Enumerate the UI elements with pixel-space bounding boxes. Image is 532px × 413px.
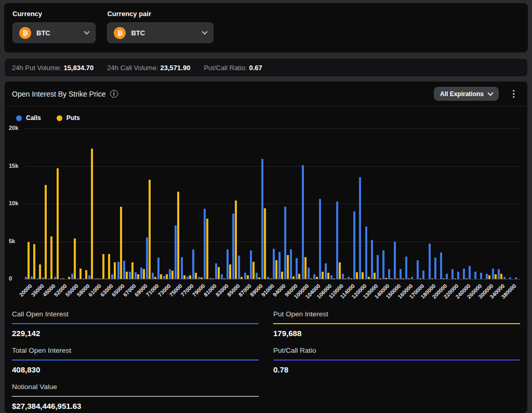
puts-bar[interactable] xyxy=(275,260,277,279)
calls-bar[interactable] xyxy=(492,269,494,279)
calls-bar[interactable] xyxy=(209,278,211,279)
calls-bar[interactable] xyxy=(273,249,275,279)
calls-bar[interactable] xyxy=(198,277,200,279)
calls-bar[interactable] xyxy=(480,273,482,279)
calls-bar[interactable] xyxy=(429,244,431,279)
puts-bar[interactable] xyxy=(408,278,410,279)
puts-bar[interactable] xyxy=(218,267,220,279)
calls-bar[interactable] xyxy=(232,214,234,279)
calls-bar[interactable] xyxy=(365,227,367,279)
puts-bar[interactable] xyxy=(79,269,82,279)
puts-bar[interactable] xyxy=(126,272,128,279)
puts-bar[interactable] xyxy=(85,270,87,279)
calls-bar[interactable] xyxy=(319,199,321,279)
puts-bar[interactable] xyxy=(316,277,318,279)
puts-bar[interactable] xyxy=(322,272,324,279)
puts-bar[interactable] xyxy=(362,272,364,279)
calls-bar[interactable] xyxy=(503,277,506,279)
calls-bar[interactable] xyxy=(204,209,206,279)
puts-bar[interactable] xyxy=(57,168,59,279)
puts-bar[interactable] xyxy=(97,278,99,279)
calls-bar[interactable] xyxy=(215,263,217,279)
calls-bar[interactable] xyxy=(256,273,258,279)
calls-bar[interactable] xyxy=(463,269,465,279)
puts-bar[interactable] xyxy=(310,278,312,279)
calls-bar[interactable] xyxy=(88,275,90,279)
puts-bar[interactable] xyxy=(223,278,225,279)
puts-bar[interactable] xyxy=(45,185,47,279)
puts-bar[interactable] xyxy=(154,277,156,279)
calls-bar[interactable] xyxy=(382,250,384,279)
calls-bar[interactable] xyxy=(434,258,436,279)
puts-bar[interactable] xyxy=(356,272,358,279)
puts-bar[interactable] xyxy=(443,278,445,279)
calls-bar[interactable] xyxy=(238,256,240,279)
calls-bar[interactable] xyxy=(54,277,56,279)
puts-bar[interactable] xyxy=(229,264,231,279)
puts-bar[interactable] xyxy=(327,273,329,279)
puts-bar[interactable] xyxy=(62,278,64,279)
calls-bar[interactable] xyxy=(342,274,344,279)
puts-bar[interactable] xyxy=(50,236,52,279)
puts-bar[interactable] xyxy=(241,277,243,279)
calls-bar[interactable] xyxy=(42,277,44,279)
calls-bar[interactable] xyxy=(446,274,448,279)
calls-bar[interactable] xyxy=(377,255,379,279)
puts-bar[interactable] xyxy=(33,244,35,279)
legend-item-calls[interactable]: Calls xyxy=(16,114,41,122)
calls-bar[interactable] xyxy=(290,249,292,279)
puts-bar[interactable] xyxy=(91,149,93,279)
calls-bar[interactable] xyxy=(284,207,286,279)
puts-bar[interactable] xyxy=(235,201,237,279)
calls-bar[interactable] xyxy=(117,262,119,279)
calls-bar[interactable] xyxy=(152,273,154,279)
puts-bar[interactable] xyxy=(102,254,104,279)
calls-bar[interactable] xyxy=(250,250,252,279)
calls-bar[interactable] xyxy=(422,271,424,279)
puts-bar[interactable] xyxy=(166,274,168,279)
calls-bar[interactable] xyxy=(83,278,85,279)
puts-bar[interactable] xyxy=(339,262,341,279)
calls-bar[interactable] xyxy=(486,274,488,279)
puts-bar[interactable] xyxy=(500,274,502,279)
calls-bar[interactable] xyxy=(405,257,407,279)
puts-bar[interactable] xyxy=(131,262,134,279)
calls-bar[interactable] xyxy=(60,278,62,279)
puts-bar[interactable] xyxy=(120,207,122,279)
calls-bar[interactable] xyxy=(388,269,390,279)
calls-bar[interactable] xyxy=(440,252,442,279)
info-icon[interactable]: i xyxy=(110,90,118,98)
calls-bar[interactable] xyxy=(31,276,33,279)
legend-item-puts[interactable]: Puts xyxy=(57,114,80,122)
puts-bar[interactable] xyxy=(391,278,393,279)
puts-bar[interactable] xyxy=(258,277,260,279)
calls-bar[interactable] xyxy=(129,272,131,279)
calls-bar[interactable] xyxy=(192,249,194,279)
puts-bar[interactable] xyxy=(195,273,197,279)
calls-bar[interactable] xyxy=(313,274,315,279)
puts-bar[interactable] xyxy=(39,264,41,279)
calls-bar[interactable] xyxy=(175,225,177,279)
puts-bar[interactable] xyxy=(495,274,497,279)
puts-bar[interactable] xyxy=(385,278,387,279)
puts-bar[interactable] xyxy=(206,219,208,279)
puts-bar[interactable] xyxy=(374,273,376,279)
puts-bar[interactable] xyxy=(264,208,266,279)
puts-bar[interactable] xyxy=(201,277,203,279)
calls-bar[interactable] xyxy=(469,266,471,279)
calls-bar[interactable] xyxy=(400,269,402,279)
kebab-menu-icon[interactable]: ⋮ xyxy=(507,88,520,99)
calls-bar[interactable] xyxy=(77,278,79,279)
calls-bar[interactable] xyxy=(509,277,511,279)
puts-bar[interactable] xyxy=(488,275,490,279)
calls-bar[interactable] xyxy=(146,237,148,279)
calls-bar[interactable] xyxy=(261,159,263,279)
calls-bar[interactable] xyxy=(187,276,189,279)
calls-bar[interactable] xyxy=(157,258,159,279)
puts-bar[interactable] xyxy=(212,278,214,279)
puts-bar[interactable] xyxy=(160,274,162,279)
calls-bar[interactable] xyxy=(140,268,142,279)
puts-bar[interactable] xyxy=(344,278,347,279)
calls-bar[interactable] xyxy=(169,269,171,279)
calls-bar[interactable] xyxy=(359,177,361,279)
